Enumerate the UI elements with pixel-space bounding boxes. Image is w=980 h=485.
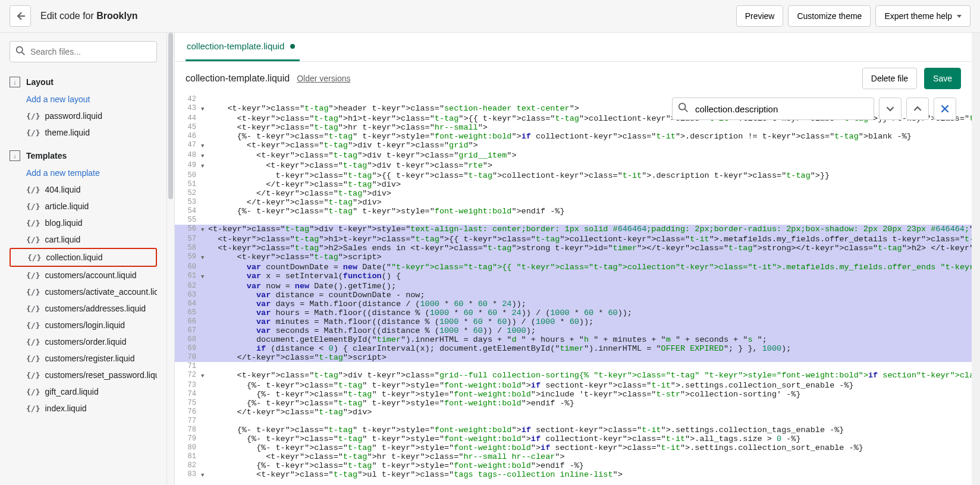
arrow-left-icon — [14, 10, 26, 22]
file-label: index.liquid — [45, 404, 86, 413]
liquid-file-icon: {/} — [26, 288, 40, 297]
older-versions-link[interactable]: Older versions — [297, 74, 350, 83]
code-line[interactable]: 59▼ <t-keyr">class="t-tag">script> — [175, 253, 972, 263]
code-line[interactable]: 53 </t-keyr">class="t-tag">div> — [175, 198, 972, 207]
code-line[interactable]: 67 var seconds = Math.floor((distance % … — [175, 326, 972, 335]
code-line[interactable]: 54 {%- t-keyr">class="t-tag" t-keyr">sty… — [175, 207, 972, 216]
templates-section-header[interactable]: ↓ Templates — [10, 147, 157, 165]
top-actions: Preview Customize theme Expert theme hel… — [736, 5, 970, 27]
file-customers-order-liquid[interactable]: {/}customers/order.liquid — [10, 333, 157, 350]
code-line[interactable]: 46 {%- t-keyr">class="t-tag" t-keyr">sty… — [175, 132, 972, 141]
search-icon — [678, 102, 689, 115]
file-article-liquid[interactable]: {/}article.liquid — [10, 198, 157, 215]
code-line[interactable]: 62 var now = new Date().getTime(); — [175, 282, 972, 291]
code-line[interactable]: 71 — [175, 362, 972, 371]
find-prev-button[interactable] — [906, 97, 929, 120]
code-editor[interactable]: 4243▼ <t-keyr">class="t-tag">header t-ke… — [175, 95, 972, 485]
customize-theme-button[interactable]: Customize theme — [788, 5, 871, 27]
tab-label: collection-template.liquid — [187, 41, 284, 51]
preview-button[interactable]: Preview — [736, 5, 784, 27]
tab-collection-template[interactable]: collection-template.liquid — [186, 33, 300, 61]
find-input[interactable] — [672, 97, 874, 120]
find-next-button[interactable] — [879, 97, 902, 120]
file-collection-liquid[interactable]: {/}collection.liquid — [10, 248, 157, 267]
code-line[interactable]: 48▼ <t-keyr">class="t-tag">div t-keyr">c… — [175, 151, 972, 161]
unsaved-indicator-icon — [290, 44, 295, 49]
file-customers-activate_account-liquid[interactable]: {/}customers/activate_account.liquid — [10, 284, 157, 300]
file-cart-liquid[interactable]: {/}cart.liquid — [10, 231, 157, 248]
code-line[interactable]: 75 {%- t-keyr">class="t-tag" t-keyr">sty… — [175, 399, 972, 408]
download-icon: ↓ — [10, 150, 20, 161]
file-label: customers/order.liquid — [45, 337, 126, 347]
code-line[interactable]: 66 var minutes = Math.floor((distance % … — [175, 317, 972, 326]
editor-scrollbar[interactable] — [972, 33, 980, 485]
code-line[interactable]: 83▼ <t-keyr">class="t-tag">ul t-keyr">cl… — [175, 470, 972, 480]
liquid-file-icon: {/} — [26, 202, 40, 211]
code-line[interactable]: 49▼ <t-keyr">class="t-tag">div t-keyr">c… — [175, 161, 972, 171]
file-label: customers/activate_account.liquid — [45, 287, 157, 297]
file-customers-addresses-liquid[interactable]: {/}customers/addresses.liquid — [10, 300, 157, 317]
code-line[interactable]: 72▼ <t-keyr">class="t-tag">div t-keyr">c… — [175, 371, 972, 381]
sidebar-scrollbar-thumb[interactable] — [168, 33, 173, 199]
file-index-liquid[interactable]: {/}index.liquid — [10, 400, 157, 417]
code-line[interactable]: 68 document.getElementById("timer").inne… — [175, 335, 972, 344]
code-line[interactable]: 73 {%- t-keyr">class="t-tag" t-keyr">sty… — [175, 381, 972, 390]
code-line[interactable]: 74 {%- t-keyr">class="t-tag" t-keyr">sty… — [175, 390, 972, 399]
code-line[interactable]: 77 — [175, 417, 972, 426]
code-line[interactable]: 69 if (distance < 0) { clearInterval(x);… — [175, 344, 972, 353]
code-line[interactable]: 47▼ <t-keyr">class="t-tag">div t-keyr">c… — [175, 141, 972, 151]
code-line[interactable]: 55 — [175, 216, 972, 225]
code-line[interactable]: 50 t-keyr">class="t-tag">{{ t-keyr">clas… — [175, 171, 972, 180]
code-line[interactable]: 65 var hours = Math.floor((distance % (1… — [175, 308, 972, 317]
liquid-file-icon: {/} — [26, 304, 40, 313]
code-line[interactable]: 82 {%- t-keyr">class="t-tag" t-keyr">sty… — [175, 461, 972, 470]
code-line[interactable]: 51 </t-keyr">class="t-tag">div> — [175, 180, 972, 189]
templates-label: Templates — [26, 151, 67, 160]
code-line[interactable]: 80 {%- t-keyr">class="t-tag" t-keyr">sty… — [175, 443, 972, 452]
find-bar — [672, 97, 956, 120]
main-area: ↓ Layout Add a new layout {/}password.li… — [0, 33, 980, 485]
code-line[interactable]: 81 <t-keyr">class="t-tag">hr t-keyr">cla… — [175, 452, 972, 461]
search-input[interactable] — [10, 41, 157, 62]
open-filename: collection-template.liquid — [186, 73, 290, 84]
liquid-file-icon: {/} — [26, 235, 40, 244]
code-line[interactable]: 61▼ var x = setInterval(function() { — [175, 272, 972, 282]
code-line[interactable]: 79 {%- t-keyr">class="t-tag" t-keyr">sty… — [175, 434, 972, 443]
sidebar-splitter[interactable] — [167, 33, 175, 485]
add-template-link[interactable]: Add a new template — [10, 165, 157, 181]
file-blog-liquid[interactable]: {/}blog.liquid — [10, 215, 157, 231]
search-files-field[interactable] — [10, 41, 157, 62]
file-customers-account-liquid[interactable]: {/}customers/account.liquid — [10, 267, 157, 284]
file-label: gift_card.liquid — [45, 387, 98, 396]
download-icon: ↓ — [10, 77, 20, 87]
liquid-file-icon: {/} — [26, 338, 40, 347]
back-button[interactable] — [10, 5, 31, 27]
file-404-liquid[interactable]: {/}404.liquid — [10, 181, 157, 198]
file-label: customers/reset_password.liquid — [45, 370, 157, 380]
save-button[interactable]: Save — [924, 68, 961, 89]
add-layout-link[interactable]: Add a new layout — [10, 91, 157, 108]
file-customers-reset_password-liquid[interactable]: {/}customers/reset_password.liquid — [10, 367, 157, 383]
file-gift_card-liquid[interactable]: {/}gift_card.liquid — [10, 383, 157, 400]
code-line[interactable]: 52 </t-keyr">class="t-tag">div> — [175, 189, 972, 198]
code-line[interactable]: 56▼<t-keyr">class="t-tag">div t-keyr">st… — [175, 225, 972, 235]
file-password-liquid[interactable]: {/}password.liquid — [10, 108, 157, 124]
file-label: customers/register.liquid — [45, 354, 134, 363]
code-line[interactable]: 58 <t-keyr">class="t-tag">h2>Sales ends … — [175, 244, 972, 253]
code-line[interactable]: 57 <t-keyr">class="t-tag">h1>t-keyr">cla… — [175, 235, 972, 244]
file-theme-liquid[interactable]: {/}theme.liquid — [10, 124, 157, 141]
code-line[interactable]: 63 var distance = countDownDate - now; — [175, 291, 972, 300]
code-line[interactable]: 76 </t-keyr">class="t-tag">div> — [175, 408, 972, 417]
code-line[interactable]: 45 <t-keyr">class="t-tag">hr t-keyr">cla… — [175, 123, 972, 132]
expert-help-button[interactable]: Expert theme help — [875, 5, 970, 27]
file-customers-login-liquid[interactable]: {/}customers/login.liquid — [10, 317, 157, 333]
layout-section-header[interactable]: ↓ Layout — [10, 73, 157, 91]
liquid-file-icon: {/} — [26, 371, 40, 380]
find-close-button[interactable] — [934, 97, 956, 120]
code-line[interactable]: 78 {%- t-keyr">class="t-tag" t-keyr">sty… — [175, 426, 972, 434]
delete-file-button[interactable]: Delete file — [862, 68, 917, 89]
code-line[interactable]: 70 </t-keyr">class="t-tag">script> — [175, 353, 972, 362]
code-line[interactable]: 64 var days = Math.floor(distance / (100… — [175, 300, 972, 308]
file-customers-register-liquid[interactable]: {/}customers/register.liquid — [10, 350, 157, 367]
code-line[interactable]: 60 var countDownDate = new Date(""t-keyr… — [175, 263, 972, 272]
